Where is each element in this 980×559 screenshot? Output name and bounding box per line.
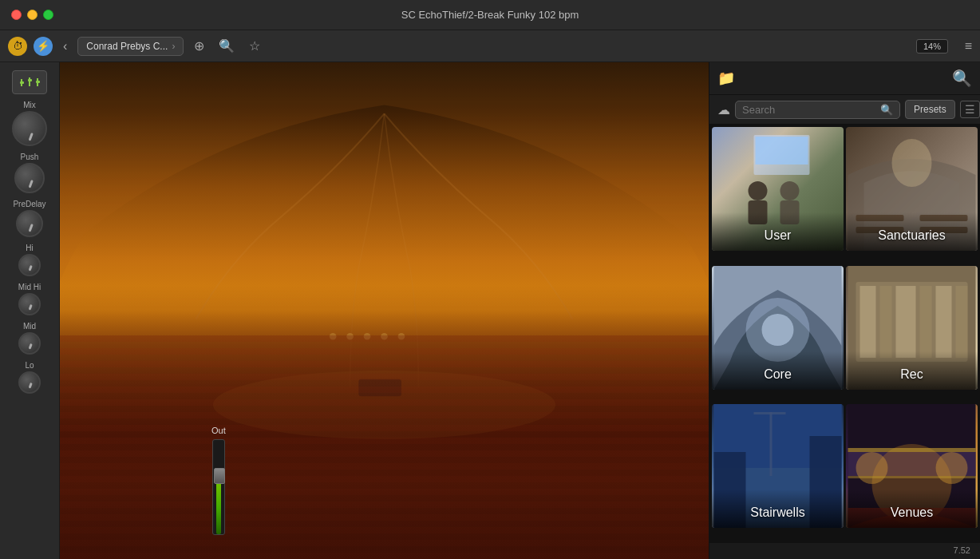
svg-point-45 [936,452,968,484]
preset-core-overlay: Core [712,351,844,390]
preset-venues-overlay: Venues [846,490,978,528]
fader-track[interactable] [212,439,225,535]
svg-point-17 [780,181,800,200]
fader-handle[interactable] [214,468,225,484]
window-title: SC EchoThief/2-Break Funky 102 bpm [401,9,579,21]
svg-rect-33 [936,286,952,358]
presets-button[interactable]: Presets [905,100,955,119]
preset-card-core[interactable]: Core [712,266,844,390]
lo-knob-group: Lo [18,361,41,394]
version-badge: 7.52 [954,545,970,555]
hall-overlay [60,286,709,559]
search-magnifier-icon: 🔍 [880,104,893,116]
preset-core-name: Core [764,367,792,382]
save-icon[interactable]: ⊕ [190,37,208,55]
svg-rect-14 [756,137,808,165]
list-view-button[interactable]: ☰ [960,101,980,118]
svg-rect-1 [20,81,24,84]
svg-rect-32 [920,286,932,358]
svg-rect-40 [754,412,786,414]
presets-grid: User [709,125,980,543]
back-button[interactable]: ‹ [59,38,71,55]
close-button[interactable] [11,10,22,20]
svg-rect-3 [28,79,32,81]
search-bar: ☁ 🔍 Presets ☰ ⊞ [709,95,980,125]
visualizer: Out [60,62,709,559]
lo-label: Lo [25,361,34,370]
search-icon[interactable]: 🔍 [215,37,239,55]
menu-icon[interactable]: ≡ [965,39,972,54]
preset-rec-name: Rec [900,367,923,382]
svg-rect-29 [860,286,876,358]
hi-knob-group: Hi [18,244,41,276]
chevron-right-icon: › [172,41,175,52]
svg-rect-34 [956,286,968,358]
midhi-knob-group: Mid Hi [18,283,41,315]
search-input[interactable] [742,104,876,116]
minimize-button[interactable] [27,10,38,20]
preset-card-stairwells[interactable]: Stairwells [712,404,844,528]
push-knob[interactable] [14,163,45,193]
preset-name-label: Conrad Prebys C... [86,41,168,52]
mix-label: Mix [23,101,36,109]
midhi-label: Mid Hi [18,283,41,291]
mix-knob[interactable] [12,111,47,146]
fader-area: Out [211,426,226,535]
preset-card-user[interactable]: User [712,127,844,251]
svg-point-23 [892,139,932,187]
svg-rect-48 [848,476,976,478]
folder-icon[interactable]: 📁 [717,69,735,87]
svg-rect-47 [848,448,976,452]
mid-knob[interactable] [18,332,41,355]
preset-user-overlay: User [712,212,844,251]
midhi-knob[interactable] [18,293,41,315]
flash-icon[interactable]: ⚡ [34,37,53,56]
fader-label: Out [211,426,226,435]
clock-icon[interactable]: ⏱ [8,37,27,56]
preset-stairwells-overlay: Stairwells [712,490,844,528]
cloud-icon: ☁ [717,102,730,117]
svg-rect-5 [36,81,40,83]
preset-venues-name: Venues [891,505,933,520]
view-toggle: ☰ ⊞ [960,101,980,118]
right-panel-header: 📁 🔍 [709,62,980,95]
svg-point-15 [749,181,768,200]
main-content: Mix Push PreDelay Hi Mid Hi Mid [0,62,980,559]
preset-card-rec[interactable]: Rec [846,266,978,390]
title-bar: SC EchoThief/2-Break Funky 102 bpm [0,0,980,30]
search-yellow-icon[interactable]: 🔍 [952,69,972,88]
push-label: Push [21,153,39,161]
mix-knob-group: Mix [12,101,47,146]
toolbar: ⏱ ⚡ ‹ Conrad Prebys C... › ⊕ 🔍 ☆ 14% ≡ [0,30,980,62]
svg-point-26 [762,314,794,346]
preset-rec-overlay: Rec [846,351,978,390]
svg-rect-39 [770,412,773,476]
mid-knob-group: Mid [18,322,41,355]
preset-user-name: User [765,228,792,243]
svg-rect-30 [880,286,892,358]
predelay-knob[interactable] [16,210,43,237]
preset-card-venues[interactable]: Venues [846,404,978,528]
star-icon[interactable]: ☆ [245,37,264,55]
right-panel: 📁 🔍 ☁ 🔍 Presets ☰ ⊞ [709,62,980,559]
search-input-wrap[interactable]: 🔍 [735,101,900,119]
hi-knob[interactable] [18,254,41,276]
predelay-label: PreDelay [13,200,45,208]
preset-sanctuaries-name: Sanctuaries [878,228,946,243]
maximize-button[interactable] [43,10,53,20]
lo-knob[interactable] [18,371,41,394]
center-panel: Out [60,62,709,559]
preset-sanctuaries-overlay: Sanctuaries [846,212,978,251]
hi-label: Hi [26,244,33,252]
preset-name-button[interactable]: Conrad Prebys C... › [77,37,184,56]
mixer-icon[interactable] [12,70,47,94]
traffic-lights [11,10,53,20]
preset-card-sanctuaries[interactable]: Sanctuaries [846,127,978,251]
svg-point-44 [856,452,888,484]
push-knob-group: Push [14,153,45,193]
svg-rect-31 [896,286,916,358]
predelay-knob-group: PreDelay [13,200,45,237]
mid-label: Mid [23,322,36,331]
percent-display[interactable]: 14% [916,39,948,54]
preset-stairwells-name: Stairwells [750,505,804,520]
